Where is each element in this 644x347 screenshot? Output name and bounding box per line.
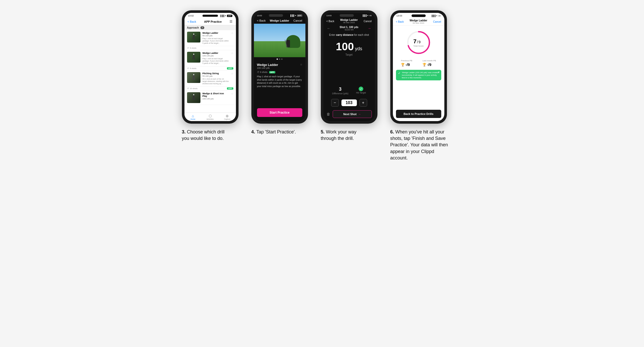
app-badge-2: APP — [227, 67, 233, 70]
cancel-button-4[interactable]: Cancel — [433, 20, 441, 23]
phone-frame-3: 13:03 ▐▐▐ ✦ 46 < Back Wedge Ladder 06 Ma… — [321, 10, 377, 124]
status-bar-1: 13:02 ▐▐▐ ✦ APP — [184, 13, 236, 18]
svg-rect-6 — [193, 55, 195, 57]
next-shot-arrow: → — [358, 113, 361, 116]
cancel-button-3[interactable]: Cancel — [364, 20, 372, 23]
drill-thumb-1 — [187, 32, 200, 43]
start-practice-button[interactable]: Start Practice — [257, 108, 302, 117]
last-month-pb: Last month PB 🏆 -/9 — [422, 60, 436, 67]
drill-thumb-3 — [187, 72, 200, 83]
main-container: 13:02 ▐▐▐ ✦ APP < Back APP Practice ☰ Ap… — [182, 10, 462, 161]
drill-info-2: Wedge Ladder 100-140 yds Play 1 shot at … — [202, 52, 229, 64]
shots-label-1: ⏱ 9 shots — [187, 47, 197, 49]
phone-frame-4: 13:03 ▐▐▐ ✦ 46 < Back Wedge Ladder 06 Ma… — [390, 10, 447, 124]
hit-target-icon-3: ✓ — [359, 87, 363, 91]
drill-footer-1: ⏱ 9 shots — [184, 46, 236, 50]
shots-label-3: ⏱ 10 shots — [187, 87, 198, 90]
phone-1-screen: 13:02 ▐▐▐ ✦ APP < Back APP Practice ☰ Ap… — [184, 13, 236, 121]
back-button-4[interactable]: < Back — [396, 20, 404, 23]
dots-indicator-2 — [254, 57, 305, 61]
back-button-1[interactable]: < Back — [188, 20, 196, 23]
svg-rect-2 — [192, 37, 193, 39]
tab-capture[interactable]: ⊕ Capture — [219, 113, 236, 121]
star-icon-4[interactable]: ☆ — [231, 92, 233, 95]
menu-icon-1[interactable]: ☰ — [230, 20, 233, 23]
nav-bar-3: < Back Wedge Ladder 06 Mar 2023 Cancel — [323, 18, 375, 25]
section-header-1: Approach 7 — [184, 25, 236, 30]
hit-target-stat: ✓ Hit Target — [356, 87, 366, 95]
star-icon-2[interactable]: ☆ — [231, 52, 233, 55]
svg-rect-9 — [193, 74, 194, 75]
drill-info-3: Pitching String 55-100 yds Hit 1 shot at… — [202, 72, 229, 85]
svg-rect-11 — [192, 78, 193, 80]
star-icon-p2[interactable]: ☆ — [300, 63, 302, 66]
cancel-button-2[interactable]: Cancel — [293, 19, 302, 22]
tab-home[interactable]: ⌂ Home — [184, 113, 202, 121]
phone-frame-1: 13:02 ▐▐▐ ✦ APP < Back APP Practice ☰ Ap… — [182, 10, 239, 124]
drill-footer-3: ⏱ 10 shots APP — [184, 87, 236, 91]
back-to-drills-button[interactable]: Back to Practice Drills — [396, 110, 441, 118]
nav-title-1: APP Practice — [204, 20, 222, 23]
trophy-icon-month: 🏆 — [422, 63, 426, 66]
drill-item-4[interactable]: Wedge & Short Iron Play 100-140 yds ☆ — [184, 91, 236, 105]
phone-3-screen: 13:03 ▐▐▐ ✦ 46 < Back Wedge Ladder 06 Ma… — [323, 13, 375, 121]
svg-rect-16 — [194, 98, 195, 100]
app-badge-p2: APP — [269, 71, 275, 73]
phone-frame-2: 13:02 ▐▐▐ ✦ APP < Back Wedge Ladder Canc… — [251, 10, 308, 124]
trophy-icon-prev: 🏆 — [401, 63, 405, 66]
star-icon-3[interactable]: ☆ — [231, 72, 233, 75]
target-display-3: 100 yds Target — [323, 38, 375, 84]
phone-4-screen: 13:03 ▐▐▐ ✦ 46 < Back Wedge Ladder 06 Ma… — [393, 13, 444, 121]
score-content-4: 7 / 9 Total Score Previous PB — [393, 26, 444, 109]
phone-section-4: 13:03 ▐▐▐ ✦ 46 < Back Wedge Ladder 06 Ma… — [390, 10, 462, 161]
svg-rect-7 — [192, 57, 193, 60]
carry-instruction-3: Enter carry distance for each shot — [323, 32, 375, 38]
app-badge-3: APP — [227, 87, 233, 90]
detail-header-2: Wedge Ladder 100-140 yds ☆ — [257, 63, 302, 70]
distance-input-3[interactable]: 103 — [341, 99, 357, 106]
tab-activities[interactable]: ⬡ Activities — [201, 113, 219, 121]
drill-thumb-4 — [187, 92, 200, 103]
drill-item-3[interactable]: Pitching String 55-100 yds Hit 1 shot at… — [184, 71, 236, 87]
pb-row-4: Previous PB 🏆 -/9 Last month PB 🏆 -/9 — [396, 57, 441, 69]
nav-bar-2: < Back Wedge Ladder Cancel — [254, 18, 305, 24]
next-arrow-3[interactable]: → — [368, 26, 371, 30]
phone-section-1: 13:02 ▐▐▐ ✦ APP < Back APP Practice ☰ Ap… — [182, 10, 244, 142]
nav-title-2: Wedge Ladder — [270, 19, 289, 22]
nav-bar-1: < Back APP Practice ☰ — [184, 18, 236, 25]
decrement-button-3[interactable]: − — [331, 99, 339, 107]
star-icon-1[interactable]: ☆ — [231, 32, 233, 35]
score-circle-container: 7 / 9 Total Score — [396, 26, 441, 57]
svg-rect-8 — [194, 57, 195, 60]
stats-row-3: 3 Difference (yds) ✓ Hit Target — [323, 84, 375, 97]
svg-rect-10 — [193, 75, 195, 78]
trash-icon-3[interactable]: 🗑 — [327, 112, 330, 116]
home-icon: ⌂ — [192, 114, 194, 118]
drill-list-1: Wedge Ladder 50-100 yds Play 1 shot at e… — [184, 30, 236, 113]
toast-close-button[interactable]: ✕ — [438, 71, 440, 74]
svg-rect-13 — [193, 94, 194, 95]
prev-arrow-3[interactable]: ← — [327, 26, 331, 30]
phone-section-2: 13:02 ▐▐▐ ✦ APP < Back Wedge Ladder Canc… — [251, 10, 313, 135]
input-row-3: − 103 + — [323, 97, 375, 109]
back-button-3[interactable]: < Back — [327, 20, 334, 23]
svg-rect-14 — [193, 95, 195, 98]
svg-rect-15 — [192, 98, 193, 100]
svg-rect-12 — [194, 78, 195, 80]
drill-item-2[interactable]: Wedge Ladder 100-140 yds Play 1 shot at … — [184, 50, 236, 66]
drill-item-1[interactable]: Wedge Ladder 50-100 yds Play 1 shot at e… — [184, 30, 236, 46]
shot-arrows-3: ← Shot 1, 100 yds Score 5/9 → — [323, 25, 375, 32]
difference-stat: 3 Difference (yds) — [332, 87, 348, 95]
svg-rect-3 — [194, 37, 195, 39]
bottom-tabs-1: ⌂ Home ⬡ Activities ⊕ Capture — [184, 113, 236, 121]
drill-info-1: Wedge Ladder 50-100 yds Play 1 shot at e… — [202, 32, 229, 44]
caption-3: 5. Work your way through the drill. — [321, 129, 372, 142]
phone-section-3: 13:03 ▐▐▐ ✦ 46 < Back Wedge Ladder 06 Ma… — [321, 10, 383, 142]
back-button-2[interactable]: < Back — [257, 19, 266, 22]
shot-action-bar-3: 🗑 Next Shot → — [323, 109, 375, 120]
svg-rect-1 — [193, 35, 195, 37]
next-shot-button[interactable]: Next Shot → — [333, 110, 372, 118]
detail-content-2: Wedge Ladder 100-140 yds ☆ ⏱ 9 shots APP… — [254, 61, 305, 106]
increment-button-3[interactable]: + — [359, 99, 367, 107]
status-bar-2: 13:02 ▐▐▐ ✦ APP — [254, 13, 305, 18]
